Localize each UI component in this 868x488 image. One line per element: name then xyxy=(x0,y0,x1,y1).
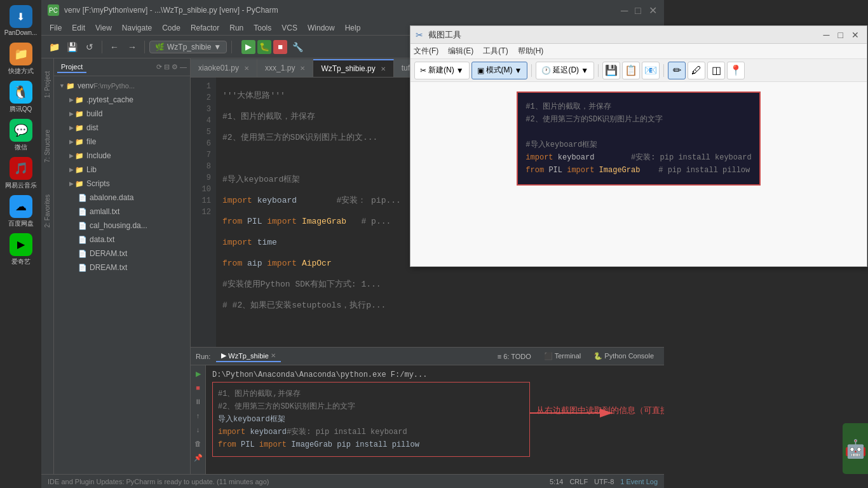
settings-button[interactable]: 🔧 xyxy=(290,39,305,55)
sync-button[interactable]: ⟳ xyxy=(156,63,162,71)
sct-save-button[interactable]: 💾 xyxy=(602,62,620,79)
side-tab-project[interactable]: 1: Project xyxy=(43,65,52,104)
sct-blur-button[interactable]: ◫ xyxy=(707,62,725,79)
event-log-button[interactable]: 1 Event Log xyxy=(620,478,658,485)
toolbar-separator-1 xyxy=(102,41,102,53)
run-tabs: Run: ▶ WzTp_shibie ✕ ≡ 6: TODO ⬛ Termina… xyxy=(191,348,664,365)
sc-line-4: #导入keyboard框架 xyxy=(526,139,751,151)
menu-view[interactable]: View xyxy=(90,20,117,36)
sct-copy-button[interactable]: 📋 xyxy=(622,62,640,79)
tab-xiaoke01[interactable]: xiaoke01.py ✕ xyxy=(191,59,257,77)
menu-refactor[interactable]: Refactor xyxy=(186,20,224,36)
side-tab-structure[interactable]: 7: Structure xyxy=(43,123,52,169)
stop-button[interactable]: ■ xyxy=(273,40,287,54)
minimize-button[interactable]: ─ xyxy=(621,6,630,15)
app-wechat[interactable]: 💬 微信 xyxy=(3,118,38,152)
tab-xxx1[interactable]: xxx_1.py ✕ xyxy=(257,59,313,77)
save-button[interactable]: 💾 xyxy=(64,39,79,55)
scroll-up-button[interactable]: ↑ xyxy=(193,410,204,421)
tab-terminal[interactable]: ⬛ Terminal xyxy=(539,351,586,362)
sct-highlight-button[interactable]: 🖊 xyxy=(688,62,705,79)
close-tab-wztp[interactable]: ✕ xyxy=(381,65,386,72)
open-folder-button[interactable]: 📁 xyxy=(46,39,62,55)
run-button[interactable]: ▶ xyxy=(241,40,255,54)
tab-wztp-shibie[interactable]: WzTp_shibie.py ✕ xyxy=(313,59,393,77)
sct-menu-tools[interactable]: 工具(T) xyxy=(483,46,508,57)
tree-scripts[interactable]: ▶📁 Scripts xyxy=(54,177,190,191)
scroll-down-button[interactable]: ↓ xyxy=(193,424,204,435)
menu-code[interactable]: Code xyxy=(157,20,186,36)
tree-dream[interactable]: 📄 DREAM.txt xyxy=(54,261,190,274)
menu-edit[interactable]: Edit xyxy=(67,20,90,36)
gear-button[interactable]: ⚙ xyxy=(172,63,178,71)
rerun-button[interactable]: ▶ xyxy=(193,368,204,379)
close-tab-xiaoke01[interactable]: ✕ xyxy=(244,65,249,72)
collapse-button[interactable]: ⊟ xyxy=(164,63,170,71)
pin-button[interactable]: 📌 xyxy=(193,452,204,463)
sct-delay-button[interactable]: 🕐 延迟(D) ▼ xyxy=(536,62,594,79)
tree-pytest-cache[interactable]: ▶📁 .pytest_cache xyxy=(54,93,190,107)
tree-cal-housing[interactable]: 📄 cal_housing.da... xyxy=(54,219,190,233)
panel-close-button[interactable]: — xyxy=(180,63,187,71)
refresh-button[interactable]: ↺ xyxy=(82,39,97,55)
menu-tools[interactable]: Tools xyxy=(248,20,276,36)
tab-todo[interactable]: ≡ 6: TODO xyxy=(492,351,536,362)
tree-lib[interactable]: ▶📁 Lib xyxy=(54,163,190,177)
sct-pin-button[interactable]: 📍 xyxy=(727,62,745,79)
sct-pen-button[interactable]: ✏ xyxy=(668,62,686,79)
screenshot-close-button[interactable]: ✕ xyxy=(849,30,862,40)
sct-new-button[interactable]: ✂ 新建(N) ▼ xyxy=(414,62,470,79)
app-baidu-netdisk[interactable]: ☁ 百度网盘 xyxy=(3,194,38,229)
tree-include[interactable]: ▶📁 Include xyxy=(54,149,190,163)
tree-amlall[interactable]: 📄 amlall.txt xyxy=(54,205,190,219)
menu-file[interactable]: File xyxy=(44,20,67,36)
menu-navigate[interactable]: Navigate xyxy=(117,20,157,36)
run-output-box: #1、图片的截取,并保存 #2、使用第三方的SDK识别图片上的文字 导入keyb… xyxy=(212,382,530,457)
pause-button[interactable]: ⏸ xyxy=(193,396,204,407)
output-line-3: 导入keyboard框架 xyxy=(218,413,524,426)
run-tab-wztp[interactable]: ▶ WzTp_shibie ✕ xyxy=(216,350,281,362)
sct-menu-help[interactable]: 帮助(H) xyxy=(518,46,544,57)
sct-menu-edit[interactable]: 编辑(E) xyxy=(448,46,473,57)
tree-file[interactable]: ▶📁 file xyxy=(54,135,190,149)
status-position: 5:14 xyxy=(550,478,563,485)
app-pandownload[interactable]: ⬇ PanDown... xyxy=(3,3,38,38)
app-iqiyi[interactable]: ▶ 爱奇艺 xyxy=(3,232,38,267)
app-netease-music[interactable]: 🎵 网易云音乐 xyxy=(3,156,38,191)
close-tab-xxx1[interactable]: ✕ xyxy=(300,65,305,72)
close-button[interactable]: ✕ xyxy=(649,6,658,15)
app-quicklink[interactable]: 📁 快捷方式 xyxy=(3,41,38,76)
forward-button[interactable]: → xyxy=(125,39,140,55)
clear-output-button[interactable]: 🗑 xyxy=(193,438,204,449)
tree-dist[interactable]: ▶📁 dist xyxy=(54,121,190,135)
debug-button[interactable]: 🐛 xyxy=(257,40,271,54)
app-qq[interactable]: 🐧 腾讯QQ xyxy=(3,79,38,114)
back-button[interactable]: ← xyxy=(107,39,122,55)
output-line-2: #2、使用第三方的SDK识别图片上的文字 xyxy=(218,400,524,413)
sct-menu-file[interactable]: 文件(F) xyxy=(414,46,438,57)
sct-email-button[interactable]: 📧 xyxy=(642,62,660,79)
menu-help[interactable]: Help xyxy=(340,20,366,36)
screenshot-maximize-button[interactable]: □ xyxy=(836,30,846,40)
screenshot-minimize-button[interactable]: ─ xyxy=(821,30,832,40)
menu-window[interactable]: Window xyxy=(302,20,340,36)
tree-root-venv[interactable]: ▼ 📁 venv F:\myPytho... xyxy=(54,79,190,93)
maximize-button[interactable]: □ xyxy=(635,6,644,15)
code-line-11: # #2、如果已安装setuptools，执行p... xyxy=(222,300,658,311)
toolbar-separator-2 xyxy=(144,41,145,53)
tree-build[interactable]: ▶📁 build xyxy=(54,107,190,121)
mascot: 🤖 xyxy=(843,423,868,474)
side-tab-favorites[interactable]: 2: Favorites xyxy=(43,188,52,234)
run-path: D:\Python\Anaconda\Anaconda\python.exe F… xyxy=(212,370,658,379)
menu-vcs[interactable]: VCS xyxy=(276,20,302,36)
close-run-tab[interactable]: ✕ xyxy=(271,352,276,359)
tree-abalone[interactable]: 📄 abalone.data xyxy=(54,191,190,205)
project-tab[interactable]: Project xyxy=(57,62,86,73)
branch-selector[interactable]: 🌿 WzTp_shibie ▼ xyxy=(149,41,227,53)
tab-python-console[interactable]: 🐍 Python Console xyxy=(588,351,659,362)
sct-mode-button[interactable]: ▣ 模式(M) ▼ xyxy=(471,62,528,79)
tree-data[interactable]: 📄 data.txt xyxy=(54,233,190,247)
menu-run[interactable]: Run xyxy=(224,20,248,36)
tree-deram[interactable]: 📄 DERAM.txt xyxy=(54,247,190,261)
stop-run-button[interactable]: ■ xyxy=(193,382,204,393)
